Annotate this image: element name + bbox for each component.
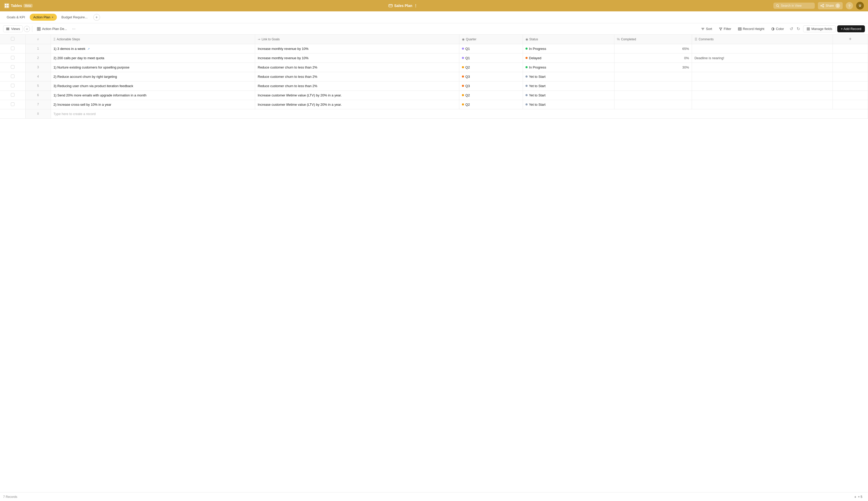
col-header-quarter[interactable]: ◉ Quarter bbox=[459, 35, 523, 44]
col-header-actionable-steps[interactable]: Ξ Actionable Steps bbox=[51, 35, 255, 44]
row-select-2[interactable] bbox=[11, 65, 14, 69]
col-header-completed[interactable]: % Completed bbox=[614, 35, 692, 44]
row-quarter-5[interactable]: Q2 bbox=[459, 90, 523, 100]
view-options-button[interactable]: ⋯ bbox=[71, 26, 77, 32]
record-height-button[interactable]: Record Height bbox=[736, 25, 767, 32]
row-steps-4[interactable]: 3) Reducing user churn via product itera… bbox=[51, 81, 255, 90]
row-steps-5[interactable]: 1) Send 20% more emails with upgrade inf… bbox=[51, 90, 255, 100]
row-quarter-1[interactable]: Q1 bbox=[459, 53, 523, 63]
row-checkbox-1[interactable] bbox=[0, 53, 25, 63]
row-select-4[interactable] bbox=[11, 84, 14, 87]
table-row: 6 1) Send 20% more emails with upgrade i… bbox=[0, 90, 868, 100]
svg-rect-1 bbox=[5, 4, 7, 6]
row-status-1[interactable]: Delayed bbox=[523, 53, 614, 63]
row-status-5[interactable]: Yet to Start bbox=[523, 90, 614, 100]
status-dot-0 bbox=[525, 47, 527, 50]
col-header-link-to-goals[interactable]: ⇒ Link to Goals bbox=[255, 35, 459, 44]
svg-rect-5 bbox=[389, 4, 393, 7]
row-num-5: 6 bbox=[25, 90, 51, 100]
col-header-num: # bbox=[25, 35, 51, 44]
row-num-4: 5 bbox=[25, 81, 51, 90]
color-button[interactable]: Color bbox=[769, 25, 786, 32]
row-steps-1[interactable]: 2) 200 calls per day to meet quota bbox=[51, 53, 255, 63]
row-quarter-text-4: Q3 bbox=[465, 84, 470, 88]
row-quarter-3[interactable]: Q3 bbox=[459, 72, 523, 81]
row-select-3[interactable] bbox=[11, 74, 14, 78]
group-add-button[interactable]: + + 5 bbox=[852, 494, 865, 498]
row-link-6[interactable]: Increase customer lifetime value (LTV) b… bbox=[255, 100, 459, 109]
row-checkbox-0[interactable] bbox=[0, 44, 25, 53]
row-completed-0: 65% bbox=[614, 44, 692, 53]
select-all-checkbox[interactable] bbox=[11, 37, 14, 41]
manage-fields-button[interactable]: Manage fields bbox=[803, 25, 836, 32]
row-status-3[interactable]: Yet to Start bbox=[523, 72, 614, 81]
svg-rect-14 bbox=[39, 28, 40, 29]
row-quarter-4[interactable]: Q3 bbox=[459, 81, 523, 90]
row-status-text-5: Yet to Start bbox=[529, 93, 546, 97]
row-link-5[interactable]: Increase customer lifetime value (LTV) b… bbox=[255, 90, 459, 100]
search-box[interactable]: Search in View bbox=[773, 3, 815, 9]
filter-button[interactable]: Filter bbox=[716, 25, 734, 32]
col-header-status[interactable]: ◉ Status bbox=[523, 35, 614, 44]
row-select-6[interactable] bbox=[11, 103, 14, 106]
help-icon[interactable]: ? bbox=[846, 2, 853, 9]
row-quarter-0[interactable]: Q1 bbox=[459, 44, 523, 53]
row-comments-6 bbox=[692, 100, 833, 109]
row-checkbox-2[interactable] bbox=[0, 63, 25, 72]
row-status-6[interactable]: Yet to Start bbox=[523, 100, 614, 109]
row-completed-4 bbox=[614, 81, 692, 90]
row-link-0[interactable]: Increase monthly revenue by 10% bbox=[255, 44, 459, 53]
avatar[interactable]: U bbox=[856, 2, 864, 10]
row-steps-2[interactable]: 1) Nurture existing customers for upsell… bbox=[51, 63, 255, 72]
current-view-name[interactable]: Action Plan De... bbox=[34, 25, 69, 32]
row-quarter-6[interactable]: Q2 bbox=[459, 100, 523, 109]
sort-icon bbox=[701, 27, 705, 31]
add-record-button[interactable]: + Add Record bbox=[837, 25, 865, 32]
tab-goals-kpi[interactable]: Goals & KPI bbox=[3, 14, 29, 21]
row-link-4[interactable]: Reduce customer churn to less than 2% bbox=[255, 81, 459, 90]
row-status-0[interactable]: In Progress bbox=[523, 44, 614, 53]
add-tab-button[interactable]: + bbox=[93, 14, 100, 21]
color-icon bbox=[771, 27, 775, 31]
row-num-0: 1 bbox=[25, 44, 51, 53]
create-record-row[interactable]: 8 Type here to create a record bbox=[0, 109, 868, 118]
sort-button[interactable]: Sort bbox=[698, 25, 715, 32]
row-link-2[interactable]: Reduce customer churn to less than 2% bbox=[255, 63, 459, 72]
tab-action-plan[interactable]: Action Plan ▾ bbox=[30, 14, 57, 21]
views-button[interactable]: Views bbox=[3, 25, 23, 32]
create-record-input[interactable]: Type here to create a record bbox=[51, 109, 868, 118]
row-checkbox-3[interactable] bbox=[0, 72, 25, 81]
row-status-2[interactable]: In Progress bbox=[523, 63, 614, 72]
col-steps-label: Actionable Steps bbox=[57, 38, 80, 41]
quarter-dot-1 bbox=[462, 57, 464, 59]
row-select-5[interactable] bbox=[11, 93, 14, 97]
share-button[interactable]: Share 2 bbox=[818, 2, 843, 9]
redo-button[interactable]: ↻ bbox=[795, 25, 802, 32]
row-link-1[interactable]: Increase monthly revenue by 10% bbox=[255, 53, 459, 63]
row-link-3[interactable]: Reduce customer churn to less than 2% bbox=[255, 72, 459, 81]
row-steps-6[interactable]: 2) Increase cross-sell by 10% in a year bbox=[51, 100, 255, 109]
row-checkbox-6[interactable] bbox=[0, 100, 25, 109]
row-select-1[interactable] bbox=[11, 56, 14, 60]
row-comments-2 bbox=[692, 63, 833, 72]
row-checkbox-4[interactable] bbox=[0, 81, 25, 90]
add-view-button[interactable]: + bbox=[24, 26, 30, 32]
filter-icon bbox=[719, 27, 722, 31]
row-steps-0[interactable]: 1) 3 demos in a week ↗ bbox=[51, 44, 255, 53]
row-checkbox-5[interactable] bbox=[0, 90, 25, 100]
row-add-2 bbox=[833, 63, 868, 72]
toolbar: Views + Action Plan De... ⋯ Sort Filt bbox=[0, 23, 868, 35]
undo-button[interactable]: ↺ bbox=[788, 25, 795, 32]
main-table: # Ξ Actionable Steps ⇒ Link to Goals ◉ bbox=[0, 35, 868, 119]
tab-budget-req[interactable]: Budget Require... bbox=[58, 14, 91, 21]
col-header-add[interactable]: + bbox=[833, 35, 868, 44]
status-dot-3 bbox=[525, 75, 527, 77]
col-header-comments[interactable]: ☰ Comments bbox=[692, 35, 833, 44]
row-status-4[interactable]: Yet to Start bbox=[523, 81, 614, 90]
row-quarter-2[interactable]: Q2 bbox=[459, 63, 523, 72]
row-select-0[interactable] bbox=[11, 46, 14, 50]
add-column-button[interactable]: + bbox=[849, 36, 852, 42]
project-menu-icon[interactable]: ⋮ bbox=[414, 4, 417, 8]
edit-icon-0[interactable]: ↗ bbox=[87, 47, 90, 51]
row-steps-3[interactable]: 2) Reduce account churn by right targeti… bbox=[51, 72, 255, 81]
